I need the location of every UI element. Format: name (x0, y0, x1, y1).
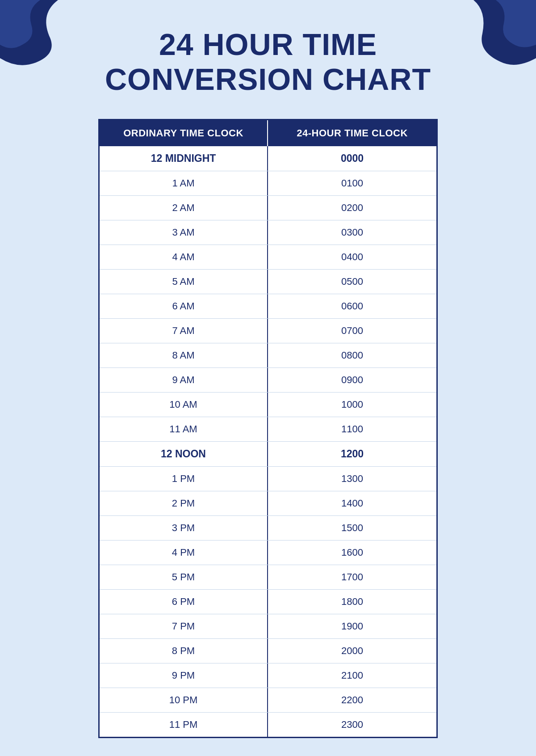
ordinary-time-cell: 1 AM (100, 171, 268, 195)
table-row: 5 AM0500 (100, 270, 436, 294)
military-time-cell: 1000 (268, 393, 436, 417)
table-row: 4 AM0400 (100, 245, 436, 270)
military-time-cell: 0200 (268, 196, 436, 220)
table-row: 12 NOON1200 (100, 442, 436, 467)
table-row: 9 AM0900 (100, 368, 436, 393)
page-container: 24 HOUR TIME CONVERSION CHART ORDINARY T… (0, 0, 536, 756)
ordinary-time-cell: 8 PM (100, 639, 268, 663)
table-row: 11 PM2300 (100, 713, 436, 737)
ordinary-time-cell: 6 AM (100, 294, 268, 318)
header-24hour-time: 24-HOUR TIME CLOCK (268, 120, 436, 146)
table-row: 8 PM2000 (100, 639, 436, 663)
military-time-cell: 0600 (268, 294, 436, 318)
military-time-cell: 1600 (268, 541, 436, 565)
ordinary-time-cell: 4 AM (100, 245, 268, 269)
ordinary-time-cell: 3 AM (100, 220, 268, 245)
header-ordinary-time: ORDINARY TIME CLOCK (100, 120, 268, 146)
military-time-cell: 1500 (268, 516, 436, 540)
page-title: 24 HOUR TIME CONVERSION CHART (69, 27, 467, 97)
military-time-cell: 1700 (268, 565, 436, 589)
military-time-cell: 0900 (268, 368, 436, 392)
ordinary-time-cell: 1 PM (100, 467, 268, 491)
table-row: 9 PM2100 (100, 663, 436, 688)
ordinary-time-cell: 11 AM (100, 417, 268, 441)
military-time-cell: 2100 (268, 663, 436, 688)
table-row: 5 PM1700 (100, 565, 436, 590)
table-row: 6 PM1800 (100, 590, 436, 614)
military-time-cell: 0800 (268, 343, 436, 367)
ordinary-time-cell: 10 PM (100, 688, 268, 712)
military-time-cell: 1400 (268, 491, 436, 515)
ordinary-time-cell: 10 AM (100, 393, 268, 417)
military-time-cell: 0100 (268, 171, 436, 195)
ordinary-time-cell: 2 PM (100, 491, 268, 515)
table-row: 1 AM0100 (100, 171, 436, 196)
ordinary-time-cell: 11 PM (100, 713, 268, 737)
ordinary-time-cell: 9 PM (100, 663, 268, 688)
table-row: 7 AM0700 (100, 319, 436, 343)
table-row: 7 PM1900 (100, 614, 436, 639)
table-row: 8 AM0800 (100, 343, 436, 368)
military-time-cell: 0000 (268, 146, 436, 171)
military-time-cell: 1900 (268, 614, 436, 638)
military-time-cell: 1200 (268, 442, 436, 466)
blob-top-left-decoration (0, 0, 80, 72)
table-row: 11 AM1100 (100, 417, 436, 442)
military-time-cell: 0400 (268, 245, 436, 269)
ordinary-time-cell: 7 AM (100, 319, 268, 343)
table-row: 3 PM1500 (100, 516, 436, 541)
conversion-table: ORDINARY TIME CLOCK 24-HOUR TIME CLOCK 1… (98, 119, 438, 738)
ordinary-time-cell: 12 NOON (100, 442, 268, 466)
ordinary-time-cell: 4 PM (100, 541, 268, 565)
table-row: 12 MIDNIGHT0000 (100, 146, 436, 171)
ordinary-time-cell: 7 PM (100, 614, 268, 638)
table-row: 3 AM0300 (100, 220, 436, 245)
military-time-cell: 1800 (268, 590, 436, 614)
military-time-cell: 2300 (268, 713, 436, 737)
table-body: 12 MIDNIGHT00001 AM01002 AM02003 AM03004… (100, 146, 436, 737)
ordinary-time-cell: 8 AM (100, 343, 268, 367)
ordinary-time-cell: 12 MIDNIGHT (100, 146, 268, 171)
military-time-cell: 1100 (268, 417, 436, 441)
table-row: 10 AM1000 (100, 393, 436, 417)
military-time-cell: 1300 (268, 467, 436, 491)
military-time-cell: 0300 (268, 220, 436, 245)
ordinary-time-cell: 2 AM (100, 196, 268, 220)
military-time-cell: 0700 (268, 319, 436, 343)
ordinary-time-cell: 6 PM (100, 590, 268, 614)
table-row: 6 AM0600 (100, 294, 436, 319)
table-header: ORDINARY TIME CLOCK 24-HOUR TIME CLOCK (100, 120, 436, 146)
ordinary-time-cell: 3 PM (100, 516, 268, 540)
table-row: 4 PM1600 (100, 541, 436, 565)
table-row: 2 PM1400 (100, 491, 436, 516)
table-row: 1 PM1300 (100, 467, 436, 491)
military-time-cell: 2000 (268, 639, 436, 663)
military-time-cell: 2200 (268, 688, 436, 712)
military-time-cell: 0500 (268, 270, 436, 294)
ordinary-time-cell: 9 AM (100, 368, 268, 392)
table-row: 2 AM0200 (100, 196, 436, 220)
ordinary-time-cell: 5 PM (100, 565, 268, 589)
table-row: 10 PM2200 (100, 688, 436, 713)
ordinary-time-cell: 5 AM (100, 270, 268, 294)
